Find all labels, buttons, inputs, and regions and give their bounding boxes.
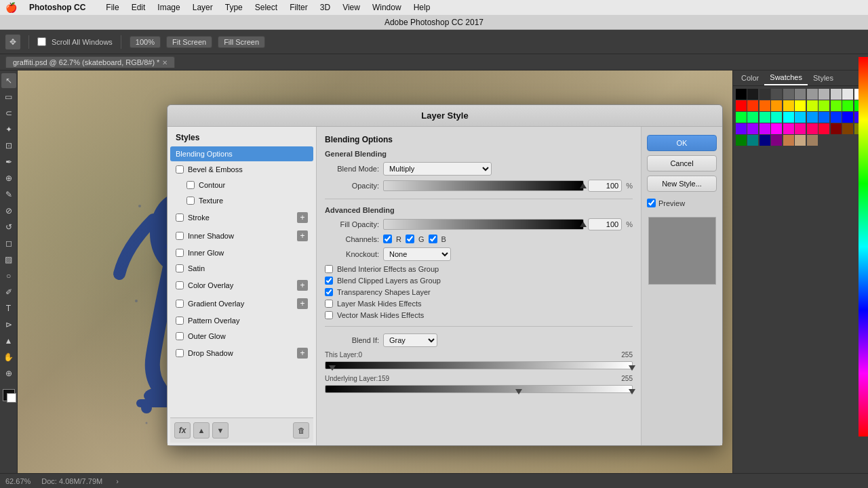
delete-style-btn[interactable]: 🗑 (293, 422, 309, 439)
swatch-ff0099[interactable] (795, 123, 806, 134)
brush-btn[interactable]: ✎ (1, 187, 16, 202)
stroke-add-btn[interactable]: + (297, 212, 308, 223)
swatch-b3b3b3[interactable] (818, 89, 829, 100)
swatch-ff00ff[interactable] (771, 123, 782, 134)
outer-glow-item[interactable]: Outer Glow (170, 329, 313, 344)
swatch-c67c48[interactable] (783, 135, 794, 146)
swatch-66ff00[interactable] (831, 100, 842, 111)
swatch-ff0066[interactable] (807, 123, 818, 134)
swatch-ff0000[interactable] (736, 100, 747, 111)
menu-file[interactable]: File (100, 2, 124, 13)
scroll-all-windows-checkbox[interactable] (37, 37, 46, 46)
contour-item[interactable]: Contour (170, 178, 313, 192)
swatch-00ff33[interactable] (736, 112, 747, 123)
blending-options-item[interactable]: Blending Options (170, 146, 313, 161)
menu-view[interactable]: View (337, 2, 366, 13)
blend-clipped-checkbox[interactable] (325, 277, 333, 285)
swatch-804000[interactable] (842, 123, 853, 134)
swatch-808080[interactable] (795, 89, 806, 100)
stroke-checkbox[interactable] (176, 214, 184, 222)
zoom-display[interactable]: 100% (130, 36, 161, 48)
blend-if-select[interactable]: Gray Red Green Blue (383, 333, 437, 347)
fill-opacity-slider[interactable] (383, 219, 584, 230)
swatch-008000[interactable] (736, 135, 747, 146)
channel-r-checkbox[interactable] (383, 235, 392, 243)
menu-window[interactable]: Window (367, 2, 407, 13)
inner-glow-item[interactable]: Inner Glow (170, 245, 313, 260)
swatch-9900ff[interactable] (747, 123, 758, 134)
swatch-1a1a1a[interactable] (747, 89, 758, 100)
drop-shadow-item[interactable]: Drop Shadow + (170, 344, 313, 362)
gradient-overlay-add-btn[interactable]: + (297, 298, 308, 309)
swatch-00ff66[interactable] (747, 112, 758, 123)
menu-help[interactable]: Help (408, 2, 436, 13)
bevel-emboss-item[interactable]: Bevel & Emboss (170, 162, 313, 177)
swatch-cc00ff[interactable] (760, 123, 770, 134)
gradient-overlay-checkbox[interactable] (176, 300, 184, 308)
color-overlay-item[interactable]: Color Overlay + (170, 277, 313, 294)
swatch-800000[interactable] (831, 123, 842, 134)
fit-screen-btn[interactable]: Fit Screen (166, 36, 212, 48)
swatch-000000[interactable] (736, 89, 747, 100)
swatch-ff3300[interactable] (747, 100, 758, 111)
underlying-layer-track[interactable] (325, 385, 633, 393)
swatch-0099ff[interactable] (807, 112, 818, 123)
this-layer-right-thumb[interactable] (629, 365, 635, 371)
channel-b-checkbox[interactable] (429, 235, 437, 243)
background-color[interactable] (7, 393, 16, 403)
color-tab[interactable]: Color (736, 71, 764, 85)
gradient-overlay-item[interactable]: Gradient Overlay + (170, 295, 313, 312)
move-down-btn[interactable]: ▼ (212, 422, 229, 439)
swatch-00ccff[interactable] (795, 112, 806, 123)
zoom-btn[interactable]: ⊕ (1, 366, 16, 381)
swatch-0033ff[interactable] (831, 112, 842, 123)
swatch-999999[interactable] (807, 89, 818, 100)
swatch-e6e6e6[interactable] (842, 89, 853, 100)
eraser-btn[interactable]: ◻ (1, 236, 16, 251)
menu-image[interactable]: Image (152, 2, 185, 13)
dodge-btn[interactable]: ○ (1, 268, 16, 283)
swatch-ccff00[interactable] (807, 100, 818, 111)
fx-icon[interactable]: fx (174, 422, 191, 439)
gradient-btn[interactable]: ▨ (1, 252, 16, 267)
underlying-right-thumb[interactable] (629, 389, 635, 394)
menu-layer[interactable]: Layer (187, 2, 218, 13)
color-overlay-checkbox[interactable] (176, 281, 184, 289)
menu-filter[interactable]: Filter (284, 2, 313, 13)
inner-shadow-item[interactable]: Inner Shadow + (170, 227, 313, 245)
blend-mode-select[interactable]: Multiply Normal Dissolve Screen Overlay (383, 162, 492, 176)
swatch-99ff00[interactable] (818, 100, 829, 111)
transparency-checkbox[interactable] (325, 288, 333, 296)
hand-btn[interactable]: ✋ (1, 350, 16, 365)
swatch-ff00cc[interactable] (783, 123, 794, 134)
move-tool-btn[interactable]: ↖ (1, 73, 16, 88)
texture-item[interactable]: Texture (170, 193, 313, 208)
new-style-button[interactable]: New Style... (647, 176, 717, 192)
knockout-select[interactable]: None Shallow Deep (383, 247, 451, 261)
swatch-ff6600[interactable] (760, 100, 770, 111)
cancel-button[interactable]: Cancel (647, 155, 717, 171)
swatch-333333[interactable] (760, 89, 770, 100)
stroke-item[interactable]: Stroke + (170, 209, 313, 226)
underlying-left-thumb[interactable] (515, 389, 522, 394)
ok-button[interactable]: OK (647, 135, 717, 151)
pattern-overlay-item[interactable]: Pattern Overlay (170, 313, 313, 328)
drop-shadow-add-btn[interactable]: + (297, 348, 308, 359)
texture-checkbox[interactable] (186, 197, 195, 205)
fill-screen-btn[interactable]: Fill Screen (218, 36, 265, 48)
spot-heal-btn[interactable]: ⊕ (1, 171, 16, 186)
swatch-0066ff[interactable] (818, 112, 829, 123)
swatch-c8a882[interactable] (795, 135, 806, 146)
swatch-ffff00[interactable] (795, 100, 806, 111)
menu-type[interactable]: Type (220, 2, 248, 13)
eyedropper-btn[interactable]: ✒ (1, 155, 16, 169)
fill-opacity-thumb[interactable] (580, 222, 587, 227)
swatch-00ff99[interactable] (760, 112, 770, 123)
blend-interior-checkbox[interactable] (325, 265, 333, 273)
magic-wand-btn[interactable]: ✦ (1, 122, 16, 137)
text-btn[interactable]: T (1, 301, 16, 316)
swatch-cccccc[interactable] (831, 89, 842, 100)
crop-tool-btn[interactable]: ⊡ (1, 138, 16, 153)
move-tool[interactable]: ✥ (5, 35, 20, 49)
close-tab-icon[interactable]: ✕ (162, 59, 167, 66)
